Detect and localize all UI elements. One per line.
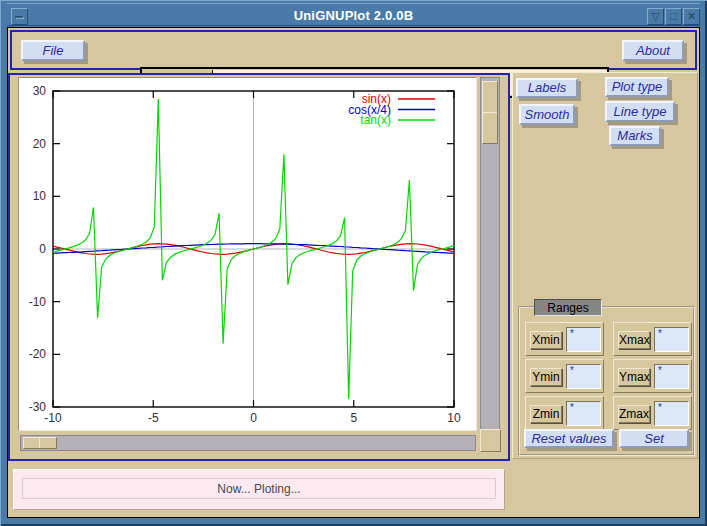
vertical-scrollbar-thumb[interactable] (482, 81, 498, 144)
xmax-button[interactable]: Xmax (618, 331, 650, 349)
ranges-group: Ranges Xmin * Xmax * Ymin * Ymax (518, 306, 695, 456)
zmax-value: * (658, 402, 662, 413)
scrollbar-corner (480, 429, 501, 452)
ymax-value: * (658, 365, 662, 376)
svg-text:-30: -30 (29, 400, 47, 414)
zmin-button[interactable]: Zmin (530, 405, 562, 423)
svg-text:tan(x): tan(x) (360, 113, 391, 127)
xmin-input[interactable]: * (566, 327, 601, 352)
shade-icon: ▽ (651, 10, 659, 22)
svg-text:-10: -10 (29, 295, 47, 309)
svg-text:0: 0 (39, 242, 46, 256)
close-icon: ✕ (687, 10, 696, 22)
svg-text:0: 0 (250, 411, 257, 425)
ymax-cell: Ymax * (613, 359, 692, 393)
xmax-value: * (658, 328, 662, 339)
svg-text:-20: -20 (29, 347, 47, 361)
zmin-cell: Zmin * (525, 396, 604, 430)
ymin-value: * (570, 365, 574, 376)
smooth-button[interactable]: Smooth (519, 104, 575, 125)
marks-button[interactable]: Marks (609, 126, 661, 146)
status-bar: Now... Ploting... (13, 469, 505, 510)
zmin-input[interactable]: * (566, 401, 601, 426)
maximize-button[interactable]: □ (665, 8, 682, 25)
gnuplot-chart: -10-50510-30-20-100102030sin(x)cos(x/4)t… (19, 78, 476, 430)
horizontal-scrollbar-thumb[interactable] (23, 437, 57, 449)
ranges-title: Ranges (534, 299, 602, 316)
zmax-button[interactable]: Zmax (618, 405, 650, 423)
plot-pane: -10-50510-30-20-100102030sin(x)cos(x/4)t… (8, 73, 510, 461)
zmax-input[interactable]: * (654, 401, 689, 426)
svg-text:20: 20 (33, 137, 47, 151)
svg-text:5: 5 (350, 411, 357, 425)
ymin-cell: Ymin * (525, 359, 604, 393)
zmax-cell: Zmax * (613, 396, 692, 430)
window-title: UniGNUPlot 2.0.0B (7, 8, 700, 23)
expression-toolbar: File expresion sin(x),cos(x/4),tan(x) Ab… (10, 30, 697, 70)
svg-text:10: 10 (447, 411, 461, 425)
maximize-icon: □ (670, 10, 677, 22)
ymax-input[interactable]: * (654, 364, 689, 389)
svg-text:-5: -5 (148, 411, 159, 425)
set-button[interactable]: Set (619, 429, 689, 448)
svg-text:10: 10 (33, 189, 47, 203)
about-button[interactable]: About (622, 40, 684, 61)
labels-button[interactable]: Labels (516, 78, 578, 98)
ymin-input[interactable]: * (566, 364, 601, 389)
scroll-thumb-ridge (39, 438, 40, 448)
xmin-value: * (570, 328, 574, 339)
zmin-value: * (570, 402, 574, 413)
xmin-cell: Xmin * (525, 322, 604, 356)
title-bar[interactable]: UniGNUPlot 2.0.0B ▽ □ ✕ (7, 3, 700, 26)
horizontal-scrollbar[interactable] (20, 435, 476, 451)
plot-canvas[interactable]: -10-50510-30-20-100102030sin(x)cos(x/4)t… (18, 77, 477, 431)
plot-type-button[interactable]: Plot type (605, 77, 669, 97)
xmax-cell: Xmax * (613, 322, 692, 356)
xmax-input[interactable]: * (654, 327, 689, 352)
xmin-button[interactable]: Xmin (530, 331, 562, 349)
vertical-scrollbar[interactable] (480, 77, 500, 431)
shade-button[interactable]: ▽ (647, 8, 664, 25)
file-button[interactable]: File (21, 40, 85, 61)
ymin-button[interactable]: Ymin (530, 368, 562, 386)
close-button[interactable]: ✕ (683, 8, 700, 25)
app-window: UniGNUPlot 2.0.0B ▽ □ ✕ File expresion s… (0, 0, 707, 526)
line-type-button[interactable]: Line type (605, 101, 675, 122)
scroll-thumb-ridge (483, 112, 497, 113)
svg-text:30: 30 (33, 84, 47, 98)
control-pane: Labels Plot type Smooth Line type Marks … (512, 72, 698, 459)
status-message: Now... Ploting... (22, 478, 496, 499)
svg-text:-10: -10 (44, 411, 62, 425)
ymax-button[interactable]: Ymax (618, 368, 650, 386)
reset-values-button[interactable]: Reset values (524, 429, 614, 448)
